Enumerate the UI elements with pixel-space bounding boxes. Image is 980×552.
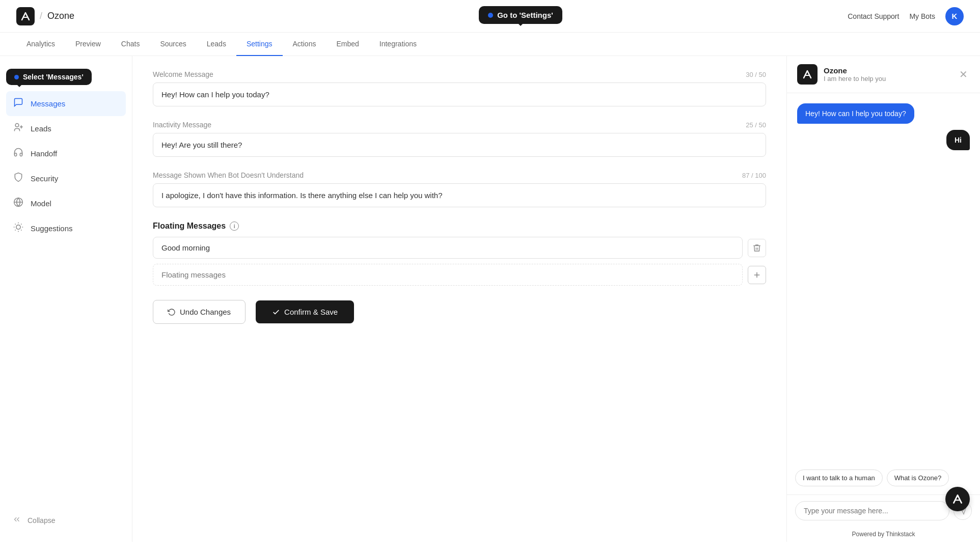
welcome-message-count: 30 / 50 — [746, 71, 766, 78]
navtabs: Analytics Preview Chats Sources Leads Se… — [0, 33, 980, 56]
action-buttons-row: Undo Changes Confirm & Save — [153, 300, 766, 324]
floating-messages-title: Floating Messages — [153, 222, 226, 231]
sidebar-collapse[interactable]: Collapse — [0, 509, 132, 532]
floating-messages-section: Floating Messages i — [153, 222, 766, 286]
chat-preview-panel: Ozone I am here to help you ✕ Hey! How c… — [786, 56, 980, 542]
sidebar-tooltip-dot — [14, 75, 19, 79]
sidebar-item-suggestions[interactable]: Suggestions — [0, 216, 132, 241]
chat-message-input[interactable] — [795, 501, 949, 520]
suggestions-icon — [12, 222, 24, 235]
tab-leads[interactable]: Leads — [197, 33, 236, 56]
collapse-icon — [12, 515, 21, 526]
inactivity-message-label: Inactivity Message — [153, 121, 211, 129]
bot-doesnt-understand-label: Message Shown When Bot Doesn't Understan… — [153, 171, 304, 179]
bot-doesnt-understand-group: Message Shown When Bot Doesn't Understan… — [153, 171, 766, 207]
undo-changes-button[interactable]: Undo Changes — [153, 300, 246, 324]
tab-embed[interactable]: Embed — [326, 33, 369, 56]
inactivity-message-group: Inactivity Message 25 / 50 — [153, 121, 766, 157]
sidebar-tooltip-text: Select 'Messages' — [23, 73, 84, 81]
welcome-message-group: Welcome Message 30 / 50 — [153, 70, 766, 106]
floating-messages-title-row: Floating Messages i — [153, 222, 766, 231]
tab-preview[interactable]: Preview — [65, 33, 111, 56]
tab-settings[interactable]: Settings — [236, 33, 283, 56]
tab-sources[interactable]: Sources — [150, 33, 196, 56]
svg-line-11 — [15, 230, 16, 230]
inactivity-message-count: 25 / 50 — [746, 121, 766, 129]
logo-icon[interactable] — [16, 7, 35, 25]
svg-line-8 — [21, 230, 21, 230]
welcome-message-label-row: Welcome Message 30 / 50 — [153, 70, 766, 78]
chat-fab-button[interactable] — [945, 487, 970, 511]
settings-content: Welcome Message 30 / 50 Inactivity Messa… — [132, 56, 786, 542]
sidebar-item-handoff[interactable]: Handoff — [0, 141, 132, 166]
welcome-message-input[interactable] — [153, 82, 766, 106]
main-layout: General Select 'Messages' Messages Leads — [0, 56, 980, 542]
chat-footer-text: Powered by — [852, 531, 886, 538]
breadcrumb-slash: / — [40, 11, 42, 21]
save-label: Confirm & Save — [284, 308, 338, 316]
sidebar-item-model[interactable]: Model — [0, 191, 132, 216]
svg-line-7 — [15, 224, 16, 225]
chat-header-info: Ozone I am here to help you — [824, 66, 951, 82]
app-title: Ozone — [47, 11, 74, 21]
sidebar-item-security[interactable]: Security — [0, 166, 132, 191]
undo-label: Undo Changes — [180, 308, 231, 316]
delete-floating-message-button[interactable] — [748, 239, 766, 257]
tab-analytics[interactable]: Analytics — [16, 33, 65, 56]
inactivity-message-input[interactable] — [153, 133, 766, 157]
quick-reply-ozone[interactable]: What is Ozone? — [887, 470, 949, 486]
svg-point-4 — [16, 225, 20, 229]
chat-bot-subtitle: I am here to help you — [824, 75, 951, 82]
sidebar: General Select 'Messages' Messages Leads — [0, 56, 132, 542]
bot-doesnt-understand-input[interactable] — [153, 183, 766, 207]
sidebar-label-model: Model — [31, 199, 51, 208]
floating-message-row-2 — [153, 264, 766, 286]
confirm-save-button[interactable]: Confirm & Save — [256, 300, 354, 323]
navtabs-wrapper: Analytics Preview Chats Sources Leads Se… — [0, 33, 980, 56]
chat-logo — [797, 64, 818, 85]
model-icon — [12, 197, 24, 210]
bot-doesnt-understand-label-row: Message Shown When Bot Doesn't Understan… — [153, 171, 766, 179]
collapse-label: Collapse — [28, 516, 55, 525]
floating-message-row-1 — [153, 237, 766, 259]
chat-bubble-bot: Hey! How can I help you today? — [797, 103, 914, 124]
tab-integrations[interactable]: Integrations — [369, 33, 427, 56]
leads-icon — [12, 122, 24, 135]
topbar-left: / Ozone — [16, 7, 74, 25]
tab-actions[interactable]: Actions — [283, 33, 326, 56]
messages-icon — [12, 97, 24, 110]
sidebar-tooltip-arrow — [16, 84, 22, 90]
sidebar-item-messages[interactable]: Messages — [6, 91, 126, 116]
sidebar-spacer — [0, 241, 132, 509]
floating-message-input-1[interactable] — [153, 237, 743, 259]
chat-header: Ozone I am here to help you ✕ — [787, 56, 980, 93]
chat-bubble-user: Hi — [946, 130, 970, 150]
chat-close-button[interactable]: ✕ — [957, 66, 970, 82]
floating-messages-info-icon[interactable]: i — [230, 222, 239, 231]
chat-footer: Powered by Thinkstack — [787, 527, 980, 542]
add-floating-message-button[interactable] — [748, 266, 766, 284]
sidebar-messages-wrapper: Select 'Messages' Messages — [0, 91, 132, 116]
floating-message-input-2[interactable] — [153, 264, 743, 286]
bot-doesnt-understand-count: 87 / 100 — [742, 172, 766, 179]
sidebar-label-messages: Messages — [31, 99, 65, 108]
sidebar-tooltip: Select 'Messages' — [6, 69, 92, 85]
topbar-right: Contact Support My Bots K — [848, 7, 964, 25]
topbar: / Ozone Contact Support My Bots K — [0, 0, 980, 33]
tab-chats[interactable]: Chats — [111, 33, 150, 56]
svg-point-1 — [15, 124, 19, 127]
quick-reply-human[interactable]: I want to talk to a human — [795, 470, 883, 486]
welcome-message-label: Welcome Message — [153, 70, 213, 78]
sidebar-label-security: Security — [31, 174, 58, 183]
sidebar-item-leads[interactable]: Leads — [0, 116, 132, 141]
handoff-icon — [12, 147, 24, 160]
shield-icon — [12, 172, 24, 185]
sidebar-label-suggestions: Suggestions — [31, 224, 73, 233]
avatar[interactable]: K — [945, 7, 964, 25]
contact-support-link[interactable]: Contact Support — [848, 12, 899, 20]
chat-body: Hey! How can I help you today? Hi — [787, 93, 980, 470]
my-bots-link[interactable]: My Bots — [909, 12, 935, 20]
sidebar-label-leads: Leads — [31, 124, 51, 133]
chat-bot-name: Ozone — [824, 66, 951, 75]
chat-footer-brand: Thinkstack — [886, 531, 915, 538]
